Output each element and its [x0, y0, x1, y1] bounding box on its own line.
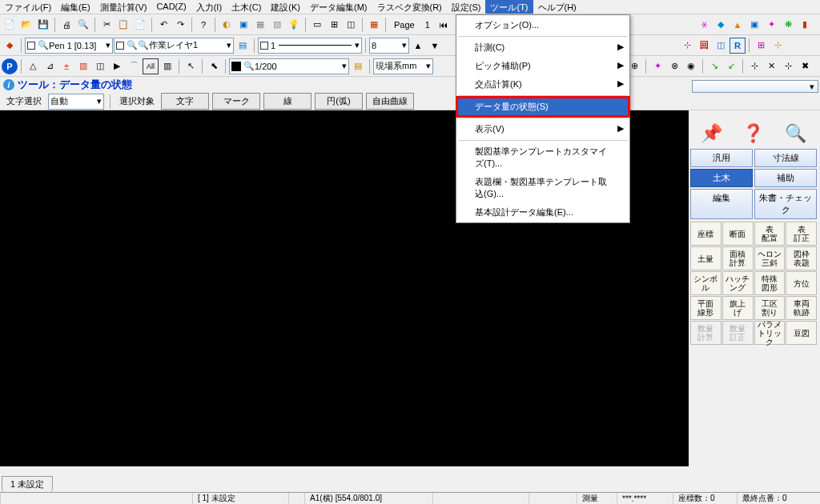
tool-a-icon[interactable]: ◐ — [219, 17, 235, 33]
dropdown-item[interactable]: 交点計算(K)▶ — [457, 75, 629, 94]
tab-civil[interactable]: 土木 — [690, 169, 753, 187]
obj-7-icon[interactable]: ⊹ — [746, 58, 762, 74]
layer-list-icon[interactable]: ▤ — [235, 38, 251, 54]
palette-button[interactable]: 座標 — [690, 222, 722, 246]
dropdown-item[interactable]: 製図基準テンプレートカスタマイズ(T)... — [457, 142, 629, 173]
misc-5-icon[interactable]: ◫ — [92, 58, 108, 74]
tab-edit[interactable]: 編集 — [690, 189, 753, 219]
pen-icon[interactable]: ◆ — [2, 38, 18, 54]
misc-8-icon[interactable]: All — [143, 58, 159, 74]
dropdown-item[interactable]: ピック補助(P)▶ — [457, 57, 629, 75]
tool-h-icon[interactable]: ▦ — [366, 17, 382, 33]
obj-5-icon[interactable]: ◉ — [683, 58, 699, 74]
magnify-icon[interactable]: 🔍 — [785, 123, 806, 144]
select-line-button[interactable]: 線 — [263, 93, 312, 110]
tool-g-icon[interactable]: ◫ — [343, 17, 359, 33]
tab-aux[interactable]: 補助 — [754, 169, 817, 187]
rtool-1-icon[interactable]: ⚹ — [696, 17, 712, 33]
snap-3-icon[interactable]: ◫ — [713, 38, 729, 54]
palette-button[interactable]: ヘロン 三斜 — [754, 246, 786, 270]
snap-r-icon[interactable]: R — [730, 38, 746, 54]
page-tab-1[interactable]: 1 未設定 — [2, 476, 53, 492]
select-text-button[interactable]: 文字 — [161, 93, 209, 110]
cursor2-icon[interactable]: ⬉ — [206, 58, 222, 74]
palette-button[interactable]: シンボ ル — [690, 271, 722, 295]
rtool-2-icon[interactable]: ◆ — [713, 17, 729, 33]
misc-9-icon[interactable]: ▥ — [159, 58, 175, 74]
palette-button[interactable]: ハッチ ング — [722, 271, 754, 295]
menu-rasvec[interactable]: ラスベク変換(R) — [372, 0, 447, 14]
dropdown-item[interactable]: データ量の状態(S) — [457, 98, 629, 116]
sheet-list-icon[interactable]: ▤ — [350, 58, 366, 74]
dropdown-item[interactable]: 計測(C)▶ — [457, 38, 629, 57]
snap-1-icon[interactable]: ⊹ — [679, 38, 695, 54]
palette-button[interactable]: 特殊 図形 — [754, 271, 786, 295]
save-icon[interactable]: 💾 — [35, 17, 51, 33]
rtool-5-icon[interactable]: ✦ — [763, 17, 779, 33]
rtool-3-icon[interactable]: ▲ — [730, 17, 746, 33]
obj-4-icon[interactable]: ⊗ — [666, 58, 682, 74]
misc-3-icon[interactable]: ± — [58, 58, 74, 74]
palette-button[interactable]: 工区 割り — [754, 296, 786, 320]
obj-10-icon[interactable]: ✖ — [797, 58, 813, 74]
tool-d-icon[interactable]: ▧ — [269, 17, 285, 33]
palette-button[interactable]: パラメ トリック — [754, 321, 786, 345]
redo-icon[interactable]: ↷ — [172, 17, 188, 33]
menu-survey[interactable]: 測量計算(V) — [95, 0, 152, 14]
linetype-combo[interactable]: 1 ▾ — [258, 38, 362, 54]
linesize-inc-icon[interactable]: ▲ — [410, 38, 426, 54]
scale-combo[interactable]: 🔍 1/200 ▾ — [229, 58, 349, 74]
pen-combo[interactable]: 🔍 Pen 1 [0.13] ▾ — [25, 38, 113, 54]
misc-7-icon[interactable]: ⌒ — [126, 58, 142, 74]
linesize-dec-icon[interactable]: ▼ — [427, 38, 443, 54]
dropdown-item[interactable]: オプション(O)... — [457, 16, 629, 34]
park-icon[interactable]: P — [2, 58, 18, 74]
question-icon[interactable]: ❓ — [742, 123, 764, 144]
ribbon-dropdown[interactable]: ▾ — [692, 80, 818, 93]
menu-file[interactable]: ファイル(F) — [0, 0, 56, 14]
tab-dimension[interactable]: 寸法線 — [754, 149, 817, 167]
dropdown-item[interactable]: 基本設計データ編集(E)... — [457, 203, 629, 222]
layer-combo[interactable]: 🔍 🔍 作業レイヤ1 ▾ — [114, 38, 234, 54]
menu-dataedit[interactable]: データ編集(M) — [305, 0, 372, 14]
select-spline-button[interactable]: 自由曲線 — [366, 93, 414, 110]
linesize-combo[interactable]: 8▾ — [369, 38, 409, 54]
palette-button[interactable]: 豆図 — [786, 321, 817, 345]
obj-8-icon[interactable]: ✕ — [763, 58, 779, 74]
help-cursor-icon[interactable]: ? — [195, 17, 211, 33]
tool-f-icon[interactable]: ⊞ — [326, 17, 342, 33]
cursor-icon[interactable]: ↖ — [183, 58, 199, 74]
print-preview-icon[interactable]: 🔍 — [75, 17, 91, 33]
misc-1-icon[interactable]: △ — [25, 58, 41, 74]
cut-icon[interactable]: ✂ — [98, 17, 115, 33]
obj-6-icon[interactable]: ↘ — [706, 58, 722, 74]
new-icon[interactable]: 📄 — [2, 17, 18, 33]
tab-general[interactable]: 汎用 — [690, 149, 753, 167]
palette-button[interactable]: 土量 — [690, 246, 722, 270]
paste-icon[interactable]: 📄 — [132, 17, 148, 33]
misc-2-icon[interactable]: ⊿ — [42, 58, 58, 74]
tool-c-icon[interactable]: ▦ — [252, 17, 268, 33]
rtool-6-icon[interactable]: ❋ — [780, 17, 796, 33]
select-mark-button[interactable]: マーク — [212, 93, 260, 110]
page-first-icon[interactable]: ⏮ — [436, 17, 452, 33]
tab-redmark[interactable]: 朱書・チェック — [754, 189, 817, 219]
palette-button[interactable]: 図枠 表題 — [786, 246, 817, 270]
coord-combo[interactable]: 現場系mm▾ — [373, 58, 433, 74]
grid-1-icon[interactable]: ⊞ — [753, 38, 769, 54]
dropdown-item[interactable]: 表示(V)▶ — [457, 120, 629, 138]
obj-9-icon[interactable]: ⊹ — [780, 58, 796, 74]
menu-edit[interactable]: 編集(E) — [56, 0, 95, 14]
menu-construction[interactable]: 建設(K) — [266, 0, 305, 14]
obj-3-icon[interactable]: ✦ — [649, 58, 665, 74]
rtool-7-icon[interactable]: ▮ — [797, 17, 813, 33]
misc-4-icon[interactable]: ▥ — [75, 58, 91, 74]
rtool-4-icon[interactable]: ▣ — [746, 17, 762, 33]
palette-button[interactable]: 表 訂正 — [786, 222, 817, 246]
menu-settings[interactable]: 設定(S) — [447, 0, 486, 14]
select-arc-button[interactable]: 円(弧) — [315, 93, 363, 110]
dropdown-item[interactable]: 表題欄・製図基準テンプレート取込(G)... — [457, 173, 629, 203]
menu-civil[interactable]: 土木(C) — [227, 0, 266, 14]
palette-button[interactable]: 表 配置 — [754, 222, 786, 246]
tool-e-icon[interactable]: ▭ — [309, 17, 325, 33]
